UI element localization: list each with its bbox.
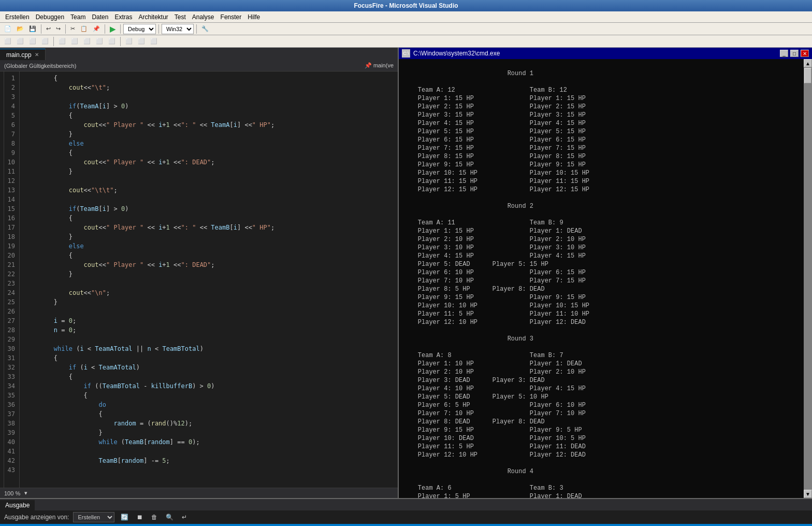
open-btn[interactable]: 📂 bbox=[15, 24, 26, 34]
copy-btn[interactable]: 📋 bbox=[78, 24, 90, 34]
output-label: Ausgabe anzeigen von: bbox=[4, 514, 69, 521]
menu-hilfe[interactable]: Hilfe bbox=[244, 12, 263, 22]
line-numbers: 12345 678910 1112131415 1617181920 21222… bbox=[4, 72, 20, 488]
output-wrap-btn[interactable]: ↵ bbox=[180, 513, 189, 522]
breadcrumb-right: 📌 main(ve bbox=[365, 62, 394, 69]
redo-btn[interactable]: ↪ bbox=[54, 24, 63, 34]
debug-config-dropdown[interactable]: Debug bbox=[123, 24, 156, 34]
menu-test[interactable]: Test bbox=[171, 12, 189, 22]
menu-team[interactable]: Team bbox=[67, 12, 89, 22]
cmd-body: Round 1 Team A: 12 Team B: 12 Player 1: … bbox=[399, 59, 812, 498]
sep3 bbox=[105, 24, 105, 34]
toolbar-2: ⬜ ⬜ ⬜ ⬜ ⬜ ⬜ ⬜ ⬜ ⬜ ⬜ ⬜ ⬜ bbox=[0, 35, 812, 48]
menu-erstellen[interactable]: Erstellen bbox=[2, 12, 33, 22]
run-btn[interactable]: ▶ bbox=[108, 23, 118, 35]
editor-container: main.cpp ✕ (Globaler Gültigkeitsbereich)… bbox=[0, 48, 399, 498]
cmd-title-bar: C:\ C:\Windows\system32\cmd.exe _ □ ✕ bbox=[399, 48, 812, 59]
sep7 bbox=[53, 37, 54, 46]
undo-btn[interactable]: ↩ bbox=[44, 24, 53, 34]
cut-btn[interactable]: ✂ bbox=[68, 24, 77, 34]
menu-daten[interactable]: Daten bbox=[89, 12, 111, 22]
tab-label: main.cpp bbox=[6, 51, 32, 59]
editor-body[interactable]: 12345 678910 1112131415 1617181920 21222… bbox=[0, 72, 398, 488]
ausgabe-tab-label: Ausgabe bbox=[5, 502, 30, 509]
tb2-btn7[interactable]: ⬜ bbox=[81, 36, 93, 46]
editor-gutter bbox=[0, 72, 4, 488]
tb2-btn9[interactable]: ⬜ bbox=[106, 36, 118, 46]
paste-btn[interactable]: 📌 bbox=[91, 24, 102, 34]
tab-close-icon[interactable]: ✕ bbox=[35, 52, 39, 58]
tb2-btn6[interactable]: ⬜ bbox=[69, 36, 80, 46]
tb2-btn3[interactable]: ⬜ bbox=[27, 36, 38, 46]
cmd-minimize-btn[interactable]: _ bbox=[780, 50, 788, 57]
menu-architektur[interactable]: Architektur bbox=[135, 12, 171, 22]
scroll-down-btn[interactable]: ▼ bbox=[804, 490, 812, 498]
tb2-btn2[interactable]: ⬜ bbox=[15, 36, 26, 46]
sep6 bbox=[196, 24, 197, 34]
menu-fenster[interactable]: Fenster bbox=[218, 12, 245, 22]
menu-debuggen[interactable]: Debuggen bbox=[33, 12, 67, 22]
tab-ausgabe[interactable]: Ausgabe bbox=[0, 500, 35, 510]
tb2-btn1[interactable]: ⬜ bbox=[2, 36, 13, 46]
toolbar-1: 📄 📂 💾 ↩ ↪ ✂ 📋 📌 ▶ Debug Win32 🔧 bbox=[0, 23, 812, 35]
pin-icon: 📌 bbox=[365, 62, 372, 68]
editor-tab-main-cpp[interactable]: main.cpp ✕ bbox=[0, 49, 46, 60]
bottom-content: Ausgabe anzeigen von: Erstellen 🔄 ⏹ 🗑 🔍 … bbox=[0, 510, 812, 524]
sep5 bbox=[158, 24, 159, 34]
title-bar: FocusFire - Microsoft Visual Studio bbox=[0, 0, 812, 11]
tb2-btn12[interactable]: ⬜ bbox=[148, 36, 160, 46]
output-stop-btn[interactable]: ⏹ bbox=[135, 513, 145, 522]
sep2 bbox=[65, 24, 66, 34]
scroll-thumb[interactable] bbox=[804, 68, 811, 83]
sep8 bbox=[120, 37, 121, 46]
cmd-icon: C:\ bbox=[402, 49, 410, 58]
editor-breadcrumb: (Globaler Gültigkeitsbereich) 📌 main(ve bbox=[0, 60, 398, 72]
menu-analyse[interactable]: Analyse bbox=[189, 12, 218, 22]
menu-bar: Erstellen Debuggen Team Daten Extras Arc… bbox=[0, 11, 812, 23]
output-source-dropdown[interactable]: Erstellen bbox=[73, 512, 114, 522]
app-title: FocusFire - Microsoft Visual Studio bbox=[354, 2, 458, 9]
output-refresh-btn[interactable]: 🔄 bbox=[119, 513, 130, 522]
tb2-btn10[interactable]: ⬜ bbox=[123, 36, 135, 46]
sep4 bbox=[120, 24, 121, 34]
cmd-restore-btn[interactable]: □ bbox=[790, 50, 799, 57]
tb2-btn4[interactable]: ⬜ bbox=[39, 36, 51, 46]
output-clear-btn[interactable]: 🗑 bbox=[149, 513, 160, 522]
save-btn[interactable]: 💾 bbox=[27, 24, 38, 34]
sep1 bbox=[41, 24, 41, 34]
cmd-container: C:\ C:\Windows\system32\cmd.exe _ □ ✕ Ro… bbox=[399, 48, 812, 498]
cmd-close-btn[interactable]: ✕ bbox=[801, 50, 809, 57]
tb2-btn5[interactable]: ⬜ bbox=[56, 36, 68, 46]
cmd-title-controls: _ □ ✕ bbox=[780, 50, 809, 57]
cmd-title: C:\Windows\system32\cmd.exe bbox=[413, 50, 500, 57]
editor-tab-bar: main.cpp ✕ bbox=[0, 48, 398, 60]
zoom-controls[interactable]: ▾ bbox=[24, 490, 27, 496]
output-find-btn[interactable]: 🔍 bbox=[164, 513, 176, 522]
tb2-btn11[interactable]: ⬜ bbox=[136, 36, 147, 46]
status-bar: Bereit Ln 43 Sp 1 ANSI CRLF bbox=[0, 524, 812, 526]
scroll-track[interactable] bbox=[804, 67, 812, 490]
solution-btn[interactable]: 🔧 bbox=[199, 24, 211, 34]
editor-footer: 100 % ▾ bbox=[0, 488, 398, 498]
scroll-up-btn[interactable]: ▲ bbox=[804, 59, 812, 67]
cmd-scrollbar[interactable]: ▲ ▼ bbox=[804, 59, 812, 498]
code-content[interactable]: { cout<<"\t"; if(TeamA[i] > 0) { cout<<"… bbox=[20, 72, 398, 488]
zoom-level: 100 % bbox=[4, 490, 20, 496]
platform-dropdown[interactable]: Win32 bbox=[162, 24, 194, 34]
bottom-tab-bar: Ausgabe bbox=[0, 499, 812, 510]
tb2-btn8[interactable]: ⬜ bbox=[94, 36, 105, 46]
breadcrumb-scope: (Globaler Gültigkeitsbereich) bbox=[4, 63, 76, 69]
new-file-btn[interactable]: 📄 bbox=[2, 24, 13, 34]
bottom-panel: Ausgabe Ausgabe anzeigen von: Erstellen … bbox=[0, 498, 812, 524]
menu-extras[interactable]: Extras bbox=[111, 12, 135, 22]
main-area: main.cpp ✕ (Globaler Gültigkeitsbereich)… bbox=[0, 48, 812, 498]
